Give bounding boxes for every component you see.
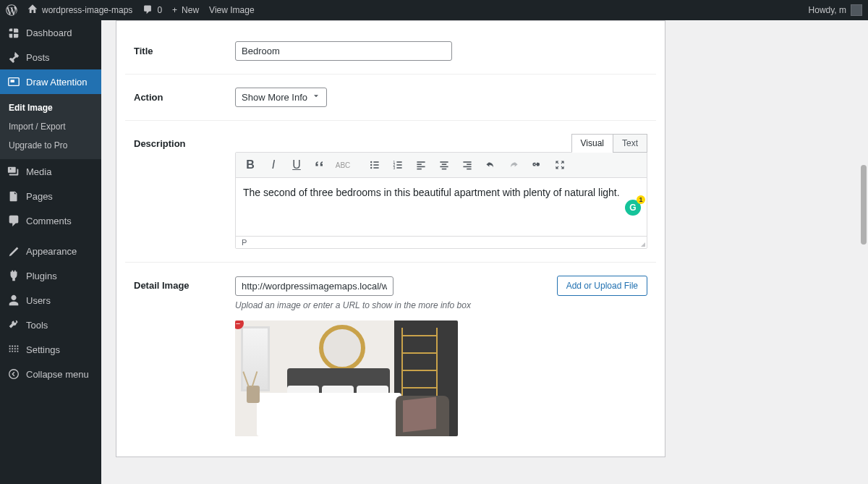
admin-bar: wordpress-image-maps 0 + New View Image …	[0, 0, 868, 20]
bullet-list-button[interactable]	[365, 156, 385, 174]
editor-body[interactable]: The second of three bedrooms in this bea…	[236, 178, 647, 236]
sidebar-label: Appearance	[26, 246, 77, 257]
svg-point-2	[10, 169, 12, 170]
scrollbar[interactable]	[861, 165, 867, 324]
sidebar-item-appearance[interactable]: Appearance	[0, 239, 101, 263]
submenu-upgrade[interactable]: Upgrade to Pro	[0, 136, 101, 155]
sidebar-item-users[interactable]: Users	[0, 288, 101, 313]
action-select[interactable]: Show More Info	[235, 88, 327, 107]
svg-rect-9	[373, 167, 378, 169]
new-label: New	[182, 5, 199, 15]
site-name: wordpress-image-maps	[42, 5, 132, 15]
fullscreen-button[interactable]	[550, 156, 570, 174]
svg-text:3: 3	[393, 166, 396, 170]
svg-point-4	[370, 161, 372, 163]
sidebar-label: Comments	[26, 216, 72, 226]
quote-button[interactable]	[310, 156, 330, 174]
collapse-icon	[7, 368, 20, 381]
title-label: Title	[134, 41, 235, 56]
underline-button[interactable]: U	[286, 156, 307, 174]
pin-icon	[7, 51, 20, 64]
draw-attention-icon	[7, 75, 20, 88]
sidebar-label: Draw Attention	[26, 77, 88, 88]
sidebar-item-plugins[interactable]: Plugins	[0, 263, 101, 288]
chevron-down-icon	[312, 92, 320, 103]
tab-visual[interactable]: Visual	[571, 134, 613, 153]
avatar	[851, 4, 862, 16]
title-input[interactable]	[235, 41, 452, 61]
pages-icon	[7, 190, 20, 203]
plus-icon: +	[172, 5, 177, 15]
home-icon	[27, 4, 38, 17]
editor: B I U ABC 123	[235, 152, 647, 249]
align-center-button[interactable]	[434, 156, 454, 174]
sidebar-label: Collapse menu	[26, 369, 89, 380]
svg-rect-17	[417, 164, 421, 165]
sidebar-item-tools[interactable]: Tools	[0, 313, 101, 337]
comment-count: 0	[157, 5, 162, 15]
field-detail-image: Detail Image Add or Upload File Upload a…	[125, 263, 656, 449]
svg-rect-24	[463, 161, 471, 163]
link-button[interactable]	[527, 156, 547, 174]
bold-button[interactable]: B	[240, 156, 260, 174]
description-text: The second of three bedrooms in this bea…	[243, 187, 620, 198]
hotspot-panel: Title Action Show More Info Description	[116, 20, 665, 457]
grammarly-icon[interactable]: G	[625, 200, 641, 216]
site-link[interactable]: wordpress-image-maps	[27, 4, 132, 17]
sidebar-item-media[interactable]: Media	[0, 159, 101, 184]
sidebar-item-settings[interactable]: Settings	[0, 337, 101, 362]
svg-rect-22	[440, 166, 448, 168]
tools-icon	[7, 318, 20, 331]
users-icon	[7, 294, 20, 307]
svg-point-6	[370, 164, 372, 166]
resize-handle[interactable]	[641, 242, 645, 247]
action-label: Action	[134, 88, 235, 103]
svg-rect-20	[440, 161, 448, 163]
element-path: P	[242, 238, 247, 247]
detail-image-label: Detail Image	[134, 276, 235, 291]
detail-image-help: Upload an image or enter a URL to show i…	[235, 300, 647, 310]
align-right-button[interactable]	[457, 156, 477, 174]
numbered-list-button[interactable]: 123	[388, 156, 408, 174]
my-account[interactable]: Howdy, m	[809, 4, 862, 16]
align-left-button[interactable]	[411, 156, 431, 174]
svg-rect-1	[11, 80, 14, 82]
sidebar-item-pages[interactable]: Pages	[0, 184, 101, 208]
editor-tabs: Visual Text	[235, 134, 647, 153]
comment-icon	[142, 4, 153, 17]
svg-rect-26	[463, 166, 471, 168]
wp-logo[interactable]	[6, 4, 17, 16]
editor-toolbar: B I U ABC 123	[236, 153, 647, 178]
detail-image-url-input[interactable]	[235, 276, 393, 296]
sidebar-item-posts[interactable]: Posts	[0, 45, 101, 69]
main-content: Title Action Show More Info Description	[101, 20, 868, 484]
media-icon	[7, 165, 20, 178]
new-content[interactable]: + New	[172, 5, 199, 15]
collapse-menu[interactable]: Collapse menu	[0, 362, 101, 386]
field-title: Title	[125, 28, 656, 75]
add-upload-button[interactable]: Add or Upload File	[557, 276, 647, 296]
svg-rect-7	[373, 164, 378, 166]
svg-rect-27	[467, 169, 471, 170]
sidebar-item-comments[interactable]: Comments	[0, 208, 101, 233]
sidebar-item-draw-attention[interactable]: Draw Attention	[0, 69, 101, 94]
svg-rect-25	[467, 164, 471, 165]
view-image-link[interactable]: View Image	[209, 5, 254, 15]
svg-rect-21	[442, 164, 446, 165]
italic-button[interactable]: I	[263, 156, 284, 174]
tab-text[interactable]: Text	[613, 134, 647, 153]
sidebar-label: Media	[26, 166, 51, 177]
submenu-import-export[interactable]: Import / Export	[0, 117, 101, 136]
submenu-edit-image[interactable]: Edit Image	[0, 98, 101, 117]
sidebar-item-dashboard[interactable]: Dashboard	[0, 20, 101, 45]
svg-rect-19	[417, 169, 421, 170]
svg-rect-11	[396, 161, 401, 163]
admin-bar-left: wordpress-image-maps 0 + New View Image	[6, 4, 255, 17]
field-description: Description Visual Text B I U ABC	[125, 121, 656, 263]
undo-button[interactable]	[480, 156, 501, 174]
sidebar-label: Settings	[26, 344, 60, 355]
comments-bubble[interactable]: 0	[142, 4, 162, 17]
redo-button[interactable]	[503, 156, 524, 174]
sidebar-label: Dashboard	[26, 27, 72, 38]
strikethrough-button[interactable]: ABC	[333, 156, 353, 174]
